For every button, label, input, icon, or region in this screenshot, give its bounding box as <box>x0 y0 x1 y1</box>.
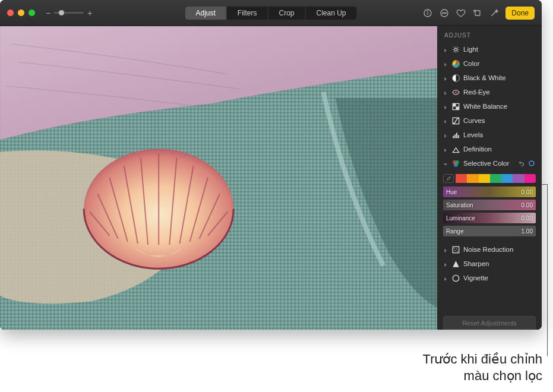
slider-value: 0.00 <box>522 215 533 222</box>
chevron-right-icon <box>443 90 448 94</box>
adj-sharpen[interactable]: Sharpen <box>437 257 542 271</box>
svg-rect-32 <box>456 132 457 138</box>
maximize-window-button[interactable] <box>29 10 35 16</box>
colorwheel-icon <box>451 59 460 68</box>
callout-line <box>542 184 547 185</box>
swatch-blue[interactable] <box>501 174 513 183</box>
tab-crop[interactable]: Crop <box>268 7 305 20</box>
tab-adjust[interactable]: Adjust <box>185 7 226 20</box>
svg-rect-30 <box>453 135 454 138</box>
adj-curves[interactable]: Curves <box>437 113 542 128</box>
adj-noise[interactable]: Noise Reduction <box>437 242 542 257</box>
undo-icon[interactable] <box>518 160 526 167</box>
vignette-icon <box>451 274 460 282</box>
svg-rect-28 <box>456 106 459 109</box>
eyedropper-button[interactable] <box>443 174 454 183</box>
svg-point-5 <box>444 12 445 13</box>
minimize-window-button[interactable] <box>18 10 24 16</box>
svg-point-42 <box>457 251 458 252</box>
adj-label: Sharpen <box>463 260 536 267</box>
callout-caption: Trước khi điều chỉnh màu chọn lọc <box>423 351 542 385</box>
done-button[interactable]: Done <box>505 7 535 20</box>
adj-definition[interactable]: Definition <box>437 142 542 156</box>
tab-filters[interactable]: Filters <box>227 7 268 20</box>
swatch-magenta[interactable] <box>524 174 536 183</box>
adj-selective-color[interactable]: Selective Color <box>437 156 542 170</box>
selective-color-controls: Hue 0.00 Saturation 0.00 Luminance 0.00 … <box>437 170 542 242</box>
slider-label: Range <box>446 228 463 235</box>
swatch-orange[interactable] <box>467 174 478 183</box>
reset-adjustments-button[interactable]: Reset Adjustments <box>443 316 536 330</box>
toggle-circle-icon[interactable] <box>528 160 536 167</box>
swatch-yellow[interactable] <box>479 174 490 183</box>
adj-levels[interactable]: Levels <box>437 128 542 142</box>
range-slider[interactable]: Range 1.00 <box>443 226 536 236</box>
more-icon[interactable] <box>439 8 450 18</box>
callout-line2: màu chọn lọc <box>423 368 542 385</box>
edit-mode-tabs: Adjust Filters Crop Clean Up <box>185 7 356 20</box>
swatch-green[interactable] <box>490 174 501 183</box>
slider-label: Luminance <box>446 215 475 222</box>
swatch-purple[interactable] <box>513 174 524 183</box>
close-window-button[interactable] <box>7 10 14 16</box>
autoenhance-icon[interactable] <box>489 8 500 18</box>
svg-point-2 <box>428 11 428 11</box>
slider-label: Hue <box>446 189 457 195</box>
adj-label: Light <box>463 46 536 53</box>
svg-point-37 <box>529 161 534 166</box>
titlebar: − + Adjust Filters Crop Clean Up Done <box>0 0 542 26</box>
adj-label: Red-Eye <box>463 88 536 96</box>
adj-bw[interactable]: Black & White <box>437 71 542 85</box>
chevron-right-icon <box>443 118 448 123</box>
chevron-right-icon <box>443 247 448 252</box>
svg-point-43 <box>453 275 459 281</box>
info-icon[interactable] <box>422 8 433 18</box>
svg-rect-7 <box>475 11 480 15</box>
adjust-sidebar: ADJUST Light Color Black & White Red-Eye <box>437 26 542 330</box>
luminance-slider[interactable]: Luminance 0.00 <box>443 213 536 223</box>
svg-point-6 <box>445 12 446 13</box>
levels-icon <box>451 131 460 139</box>
svg-point-39 <box>454 248 455 249</box>
adj-color[interactable]: Color <box>437 56 542 71</box>
adj-light[interactable]: Light <box>437 42 542 56</box>
adj-label: Black & White <box>463 74 536 81</box>
noise-icon <box>451 245 460 254</box>
svg-point-25 <box>454 91 456 93</box>
chevron-right-icon <box>443 75 448 80</box>
sidebar-header: ADJUST <box>437 26 542 42</box>
saturation-slider[interactable]: Saturation 0.00 <box>443 200 536 210</box>
sun-icon <box>451 45 460 53</box>
adj-label: Noise Reduction <box>463 246 536 253</box>
rotate-icon[interactable] <box>472 8 483 18</box>
hue-slider[interactable]: Hue 0.00 <box>443 186 536 197</box>
chevron-right-icon <box>443 61 448 66</box>
adj-label: Curves <box>463 117 536 124</box>
svg-line-21 <box>457 47 458 48</box>
chevron-right-icon <box>443 276 448 280</box>
svg-line-19 <box>457 51 458 52</box>
svg-point-13 <box>454 48 457 50</box>
color-swatches <box>443 174 536 183</box>
adj-label: Color <box>463 60 536 67</box>
adj-label: Levels <box>463 131 536 138</box>
favorite-icon[interactable] <box>456 8 466 18</box>
curves-icon <box>451 116 460 125</box>
window-controls <box>7 10 35 16</box>
chevron-right-icon <box>443 261 448 266</box>
adj-label: White Balance <box>463 103 536 110</box>
chevron-down-icon <box>443 161 448 166</box>
svg-point-41 <box>454 250 456 251</box>
svg-line-18 <box>453 47 454 48</box>
swatch-red[interactable] <box>456 174 467 183</box>
adj-whitebalance[interactable]: White Balance <box>437 99 542 113</box>
tab-cleanup[interactable]: Clean Up <box>306 7 357 20</box>
adj-label: Selective Color <box>463 160 514 167</box>
zoom-out-icon: − <box>46 8 50 18</box>
adj-vignette[interactable]: Vignette <box>437 271 542 285</box>
zoom-slider[interactable]: − + <box>46 8 92 18</box>
adj-redeye[interactable]: Red-Eye <box>437 85 542 99</box>
svg-rect-31 <box>454 134 456 138</box>
bw-icon <box>451 74 460 82</box>
zoom-in-icon: + <box>87 8 92 18</box>
